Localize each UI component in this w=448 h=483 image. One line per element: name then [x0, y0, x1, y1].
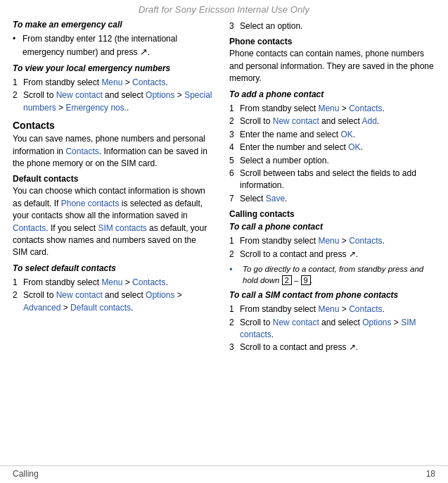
add-step-6: 6 Scroll between tabs and select the fie… [229, 168, 435, 192]
phone-contacts-body: Phone contacts can contain names, phone … [229, 48, 435, 84]
local-emergency-steps: 1 From standby select Menu > Contacts. 2… [13, 77, 212, 114]
emergency-bullet-item: • From standby enter 112 (the internatio… [13, 33, 212, 58]
add-step-3: 3 Enter the name and select OK. [229, 129, 435, 141]
header-text: Draft for Sony Ericsson Internal Use Onl… [139, 4, 309, 15]
call-phone-steps: 1 From standby select Menu > Contacts. 2… [229, 235, 435, 261]
tip-text: To go directly to a contact, from standb… [243, 263, 435, 286]
key-2: 2 [282, 275, 292, 285]
content-area: To make an emergency call • From standby… [0, 18, 448, 465]
select-default-steps: 1 From standby select Menu > Contacts. 2… [13, 277, 212, 314]
select-step-2: 2 Scroll to New contact and select Optio… [13, 289, 212, 314]
call-phone-heading: To call a phone contact [229, 221, 435, 233]
call-sim-heading: To call a SIM contact from phone contact… [229, 289, 435, 301]
contacts-heading: Contacts [13, 120, 212, 131]
local-step-2: 2 Scroll to New contact and select Optio… [13, 89, 212, 114]
emergency-bullet-text: From standby enter 112 (the internationa… [23, 33, 212, 58]
sim-step-2: 2 Scroll to New contact and select Optio… [229, 317, 435, 341]
bullet-dot: • [13, 33, 20, 58]
select-default-heading: To select default contacts [13, 263, 212, 275]
call-icon-emergency: ↗. [140, 46, 151, 57]
page-number: 18 [426, 469, 435, 479]
sim-step-3: 3 Scroll to a contact and press ↗. [229, 341, 435, 353]
footer: Calling 18 [0, 465, 448, 483]
add-phone-steps: 1 From standby select Menu > Contacts. 2… [229, 103, 435, 205]
draft-header: Draft for Sony Ericsson Internal Use Onl… [0, 0, 448, 18]
phone-contacts-heading: Phone contacts [229, 37, 435, 46]
sim-step-1: 1 From standby select Menu > Contacts. [229, 303, 435, 315]
select-step-1: 1 From standby select Menu > Contacts. [13, 277, 212, 289]
default-contacts-body: You can choose which contact information… [13, 185, 212, 258]
calling-contacts-heading: Calling contacts [229, 209, 435, 219]
tip-icon: • [229, 263, 239, 286]
call-step-2: 2 Scroll to a contact and press ↗. [229, 249, 435, 261]
contacts-body: You can save names, phone numbers and pe… [13, 133, 212, 170]
right-step-3-item: 3 Select an option. [229, 20, 435, 32]
emergency-heading: To make an emergency call [13, 19, 212, 31]
local-step-1: 1 From standby select Menu > Contacts. [13, 77, 212, 89]
add-step-1: 1 From standby select Menu > Contacts. [229, 103, 435, 115]
local-emergency-heading: To view your local emergency numbers [13, 63, 212, 75]
right-column: 3 Select an option. Phone contacts Phone… [222, 18, 435, 465]
call-sim-steps: 1 From standby select Menu > Contacts. 2… [229, 303, 435, 354]
add-step-5: 5 Select a number option. [229, 155, 435, 167]
default-contacts-heading: Default contacts [13, 174, 212, 184]
add-step-2: 2 Scroll to New contact and select Add. [229, 115, 435, 127]
footer-section-label: Calling [13, 469, 39, 479]
key-9: 9 [301, 275, 311, 285]
right-step3: 3 Select an option. [229, 20, 435, 32]
add-step-4: 4 Enter the number and select OK. [229, 142, 435, 153]
page-wrapper: Draft for Sony Ericsson Internal Use Onl… [0, 0, 448, 483]
tip-box: • To go directly to a contact, from stan… [229, 263, 435, 286]
call-step-1: 1 From standby select Menu > Contacts. [229, 235, 435, 247]
add-step-7: 7 Select Save. [229, 193, 435, 205]
left-column: To make an emergency call • From standby… [13, 18, 222, 465]
add-phone-heading: To add a phone contact [229, 89, 435, 101]
